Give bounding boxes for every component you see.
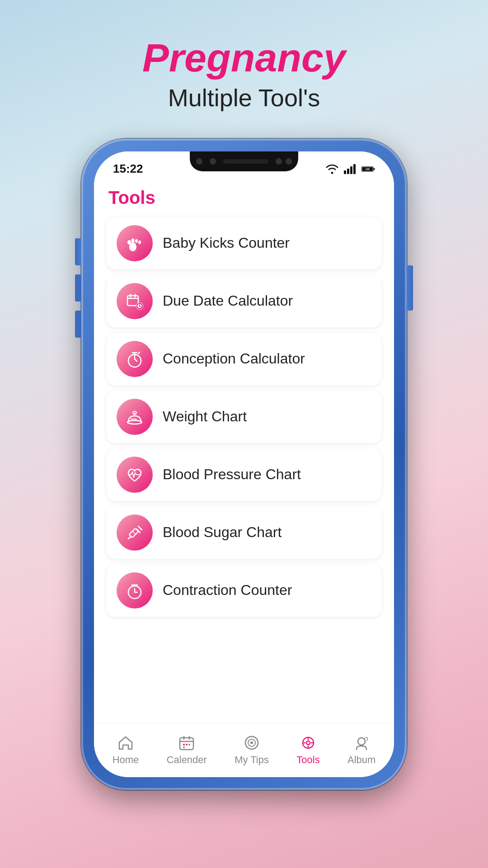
- nav-item-calender[interactable]: Calender: [158, 731, 216, 769]
- menu-item-weight-chart[interactable]: Weight Chart: [107, 391, 381, 443]
- scale-icon: [125, 407, 145, 427]
- baby-kicks-label: Baby Kicks Counter: [163, 235, 290, 251]
- tools-section-title: Tools: [107, 188, 381, 208]
- svg-point-57: [306, 741, 310, 745]
- notch-dot-2: [210, 158, 216, 165]
- menu-item-blood-pressure[interactable]: Blood Pressure Chart: [107, 448, 381, 501]
- weight-chart-label: Weight Chart: [163, 408, 247, 425]
- status-time: 15:22: [113, 162, 143, 176]
- signal-icon: [343, 164, 357, 174]
- syringe-icon: [125, 523, 145, 542]
- mytips-nav-label: My Tips: [235, 754, 269, 766]
- menu-item-due-date[interactable]: Due Date Calculator: [107, 275, 381, 327]
- svg-point-11: [135, 239, 138, 243]
- home-nav-icon: [117, 734, 134, 751]
- svg-line-35: [133, 532, 136, 534]
- notch-dot-4: [286, 158, 292, 165]
- tools-nav-icon: [300, 734, 317, 751]
- baby-kicks-icon-bg: [117, 225, 153, 261]
- calender-nav-label: Calender: [167, 754, 207, 766]
- svg-line-31: [138, 526, 142, 530]
- due-date-label: Due Date Calculator: [163, 292, 293, 309]
- blood-pressure-icon-bg: [117, 457, 153, 493]
- mytips-nav-icon: [243, 734, 260, 751]
- wifi-icon: [325, 164, 339, 174]
- footprint-icon: [125, 233, 145, 253]
- menu-item-baby-kicks[interactable]: Baby Kicks Counter: [107, 217, 381, 269]
- svg-rect-2: [350, 166, 352, 174]
- tools-nav-label: Tools: [296, 754, 319, 766]
- home-nav-label: Home: [113, 754, 139, 766]
- page-subtitle: Multiple Tool's: [142, 84, 346, 112]
- svg-line-26: [138, 352, 140, 354]
- phone-notch: [190, 151, 298, 171]
- svg-point-48: [183, 746, 185, 748]
- menu-list: Baby Kicks Counter: [107, 217, 381, 617]
- svg-point-45: [183, 744, 185, 745]
- phone-screen: 15:22: [94, 151, 394, 777]
- svg-point-27: [127, 420, 142, 424]
- due-date-icon-bg: [117, 283, 153, 319]
- svg-point-12: [138, 241, 141, 244]
- album-nav-icon: [353, 734, 370, 751]
- conception-label: Conception Calculator: [163, 350, 305, 367]
- nav-item-home[interactable]: Home: [103, 731, 148, 769]
- svg-point-58: [358, 738, 365, 745]
- svg-rect-1: [347, 169, 349, 174]
- menu-item-conception[interactable]: Conception Calculator: [107, 333, 381, 385]
- svg-line-23: [135, 359, 137, 361]
- contraction-label: Contraction Counter: [163, 582, 292, 599]
- svg-point-46: [186, 744, 188, 745]
- svg-point-10: [131, 238, 135, 242]
- nav-item-album[interactable]: Album: [338, 731, 385, 769]
- bottom-nav: Home Calender: [94, 723, 394, 777]
- stopwatch-icon: [125, 349, 145, 369]
- album-nav-label: Album: [347, 754, 375, 766]
- weight-chart-icon-bg: [117, 399, 153, 435]
- notch-dot-1: [196, 158, 202, 165]
- calendar-clock-icon: [125, 291, 145, 311]
- svg-text:100: 100: [365, 168, 370, 170]
- blood-pressure-label: Blood Pressure Chart: [163, 466, 301, 483]
- battery-icon: 100: [361, 164, 375, 174]
- screen-content: Tools Baby Kicks Counter: [94, 179, 394, 723]
- nav-item-tools[interactable]: Tools: [287, 731, 328, 769]
- blood-sugar-label: Blood Sugar Chart: [163, 524, 282, 541]
- notch-dot-3: [276, 158, 282, 165]
- notch-bar: [223, 159, 268, 164]
- contraction-icon-bg: [117, 572, 153, 609]
- menu-item-blood-sugar[interactable]: Blood Sugar Chart: [107, 506, 381, 559]
- phone-mockup: 15:22: [81, 139, 407, 790]
- page-header: Pregnancy Multiple Tool's: [142, 0, 346, 130]
- nav-item-my-tips[interactable]: My Tips: [225, 731, 278, 769]
- blood-sugar-icon-bg: [117, 514, 153, 551]
- conception-icon-bg: [117, 341, 153, 377]
- svg-point-51: [250, 741, 253, 744]
- timer-icon: [125, 580, 145, 600]
- svg-point-47: [188, 744, 190, 745]
- heartbeat-icon: [125, 465, 145, 485]
- svg-rect-6: [374, 168, 375, 170]
- page-title: Pregnancy: [142, 36, 346, 80]
- svg-rect-0: [344, 170, 346, 174]
- calendar-nav-icon: [178, 734, 195, 751]
- svg-line-33: [128, 536, 131, 539]
- notch-dots-right: [276, 158, 292, 165]
- status-icons: 100: [325, 164, 375, 174]
- svg-rect-3: [353, 164, 356, 174]
- menu-item-contraction[interactable]: Contraction Counter: [107, 564, 381, 617]
- svg-point-9: [127, 240, 131, 245]
